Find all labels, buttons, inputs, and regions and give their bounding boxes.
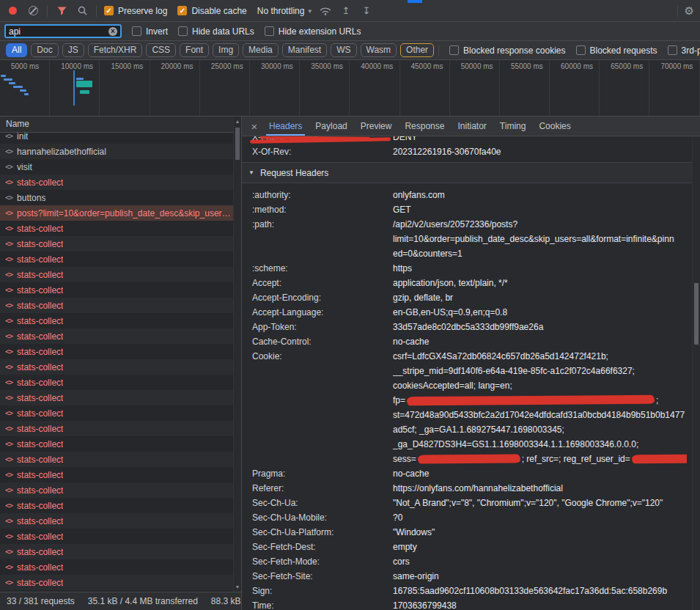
header-value-line: https://onlyfans.com/hannahelizabethoffi… (393, 481, 687, 496)
import-har-button[interactable]: ↥ (339, 4, 353, 18)
script-icon: <> (5, 209, 12, 217)
blocked-response-cookies-checkbox[interactable] (449, 45, 459, 55)
network-conditions-button[interactable] (319, 4, 332, 18)
checkbox-invert[interactable]: Invert (132, 26, 168, 37)
throttling-select[interactable]: No throttling ▾ (257, 6, 312, 16)
list-item[interactable]: <>stats-collect (0, 405, 233, 421)
filter-pill-manifest[interactable]: Manifest (282, 43, 327, 57)
list-item[interactable]: <>stats-collect (0, 467, 233, 482)
clear-network-log-button[interactable] (26, 4, 40, 18)
settings-gear-icon[interactable]: ⚙ (685, 4, 694, 18)
filter-pill-fetch-xhr[interactable]: Fetch/XHR (88, 43, 143, 57)
list-item[interactable]: <>stats-collect (0, 452, 233, 467)
list-item[interactable]: <>init (0, 133, 233, 144)
network-overview-timeline[interactable]: 5000 ms10000 ms15000 ms20000 ms25000 ms3… (0, 60, 700, 117)
list-item[interactable]: <>stats-collect (0, 298, 233, 313)
filter-input[interactable] (9, 26, 106, 37)
list-item[interactable]: <>stats-collect (0, 421, 233, 436)
filter-pill-all[interactable]: All (6, 43, 27, 57)
filter-pill-css[interactable]: CSS (146, 43, 176, 57)
filter-pill-js[interactable]: JS (62, 43, 84, 57)
tab-timing[interactable]: Timing (493, 117, 533, 136)
list-item[interactable]: <>buttons (0, 190, 233, 205)
tab-payload[interactable]: Payload (309, 117, 353, 136)
header-row: Sec-Fetch-Dest:empty (252, 540, 687, 554)
checkbox-disable-cache[interactable]: ✓Disable cache (177, 6, 246, 16)
filter-pill-font[interactable]: Font (180, 43, 209, 57)
header-value: ?0 (393, 510, 687, 525)
invert-checkbox[interactable] (132, 26, 141, 36)
filter-pill-other[interactable]: Other (400, 43, 434, 57)
list-item[interactable]: <>stats-collect (0, 359, 233, 375)
list-item[interactable]: <>stats-collect (0, 328, 233, 344)
filter-pill-wasm[interactable]: Wasm (361, 43, 397, 57)
hide-extension-urls-checkbox[interactable] (265, 26, 274, 36)
checkbox-label: Hide data URLs (192, 26, 254, 37)
checkbox-label: Disable cache (191, 6, 246, 16)
clear-filter-icon[interactable]: × (108, 27, 117, 36)
3rd-party-requests-checkbox[interactable] (668, 45, 677, 55)
list-item[interactable]: <>stats-collect (0, 436, 233, 452)
header-value: /api2/v2/users/20572336/posts?limit=10&o… (393, 217, 687, 261)
list-item[interactable]: <>posts?limit=10&order=publish_date_desc… (0, 205, 233, 221)
list-item[interactable]: <>stats-collect (0, 174, 233, 190)
list-item[interactable]: <>stats-collect (0, 313, 233, 328)
scroll-up-icon[interactable]: ▲ (234, 119, 241, 124)
list-item[interactable]: <>stats-collect (0, 236, 233, 251)
list-item[interactable]: <>hannahelizabethofficial (0, 144, 233, 159)
status-text: 35.1 kB / 4.4 MB transferred (81, 596, 205, 606)
list-item[interactable]: <>stats-collect (0, 282, 233, 298)
checkbox-blocked-requests[interactable]: Blocked requests (576, 45, 657, 56)
list-item[interactable]: <>stats-collect (0, 575, 233, 590)
search-button[interactable] (75, 4, 89, 18)
tab-response[interactable]: Response (398, 117, 451, 136)
filter-pill-media[interactable]: Media (243, 43, 279, 57)
tab-preview[interactable]: Preview (354, 117, 399, 136)
tab-headers[interactable]: Headers (262, 117, 309, 136)
list-item[interactable]: <>stats-collect (0, 529, 233, 544)
timeline-tick-label: 10000 ms (50, 62, 99, 70)
filter-pill-doc[interactable]: Doc (31, 43, 58, 57)
waterfall-bar (13, 86, 23, 88)
list-item[interactable]: <>stats-collect (0, 251, 233, 267)
filter-pill-ws[interactable]: WS (331, 43, 356, 57)
close-icon[interactable]: × (246, 120, 262, 133)
filter-toggle-button[interactable] (55, 4, 68, 18)
checkbox-preserve-log[interactable]: ✓Preserve log (104, 6, 167, 16)
list-item[interactable]: <>stats-collect (0, 482, 233, 498)
scrollbar-thumb[interactable] (694, 283, 699, 345)
tab-initiator[interactable]: Initiator (451, 117, 493, 136)
timeline-tick: 40000 ms (350, 60, 399, 116)
list-item[interactable]: <>stats-collect (0, 375, 233, 390)
detail-scrollbar[interactable] (692, 136, 700, 610)
preserve-log-checkbox[interactable]: ✓ (104, 6, 114, 15)
name-column-header[interactable]: Name (0, 117, 241, 133)
request-name: stats-collect (17, 239, 63, 249)
checkbox-hide-extension-urls[interactable]: Hide extension URLs (265, 26, 361, 37)
list-item[interactable]: <>stats-collect (0, 344, 233, 359)
blocked-requests-checkbox[interactable] (576, 45, 586, 55)
list-item[interactable]: <>stats-collect (0, 513, 233, 529)
hide-data-urls-checkbox[interactable] (178, 26, 188, 36)
checkbox-blocked-response-cookies[interactable]: Blocked response cookies (449, 45, 565, 56)
disable-cache-checkbox[interactable]: ✓ (177, 6, 187, 15)
request-headers-section-header[interactable]: ▼ Request Headers (242, 163, 700, 183)
header-row: :scheme:https (252, 261, 687, 276)
list-item[interactable]: <>stats-collect (0, 390, 233, 405)
tab-cookies[interactable]: Cookies (532, 117, 577, 136)
checkbox-3rd-party-requests[interactable]: 3rd-party requests (668, 45, 700, 56)
filter-pill-img[interactable]: Img (213, 43, 239, 57)
scrollbar-thumb[interactable] (235, 128, 240, 160)
list-item[interactable]: <>visit (0, 159, 233, 174)
list-item[interactable]: <>stats-collect (0, 221, 233, 236)
export-har-button[interactable]: ↧ (360, 4, 373, 18)
header-value-line: no-cache (393, 466, 687, 481)
requests-scrollbar[interactable]: ▲ ▼ (233, 117, 241, 592)
list-item[interactable]: <>stats-collect (0, 498, 233, 513)
list-item[interactable]: <>stats-collect (0, 267, 233, 282)
scroll-down-icon[interactable]: ▼ (234, 584, 241, 589)
record-button[interactable] (6, 4, 19, 18)
checkbox-hide-data-urls[interactable]: Hide data URLs (178, 26, 254, 37)
list-item[interactable]: <>stats-collect (0, 544, 233, 559)
list-item[interactable]: <>stats-collect (0, 559, 233, 575)
